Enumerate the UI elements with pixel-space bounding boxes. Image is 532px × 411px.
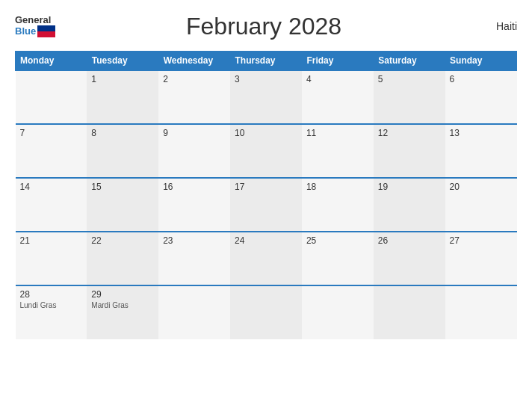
cell-w4-d6: 26 [374,232,445,285]
day-number: 6 [450,74,513,84]
cell-w3-d7: 20 [445,178,517,232]
cell-w1-d7: 6 [445,70,517,124]
header-saturday: Saturday [374,52,445,71]
cell-w5-d7 [445,285,517,339]
cell-w4-d3: 23 [158,232,230,285]
cell-w5-d6 [374,285,445,339]
cell-w4-d2: 22 [87,232,158,285]
cell-w5-d3 [158,285,230,339]
cell-w2-d5: 11 [302,124,374,178]
day-number: 24 [235,235,297,246]
day-number: 21 [20,235,83,246]
day-number: 26 [378,235,441,246]
calendar-header: General Blue February 2028 Haiti [15,7,517,45]
day-number: 16 [163,182,226,192]
svg-rect-0 [37,25,55,31]
country-label: Haiti [472,20,517,32]
logo-flag-icon [37,25,55,37]
header-friday: Friday [302,52,374,71]
day-number: 2 [163,74,226,84]
day-number: 28 [20,289,83,300]
cell-w5-d5 [302,285,374,339]
event-label: Mardi Gras [91,301,154,309]
day-number: 13 [450,128,513,138]
day-number: 15 [91,182,154,192]
cell-w1-d5: 4 [302,70,374,124]
day-number: 11 [306,128,369,138]
cell-w4-d1: 21 [16,232,87,285]
day-number: 4 [306,74,369,84]
day-number: 1 [91,74,154,84]
day-number: 27 [450,235,513,246]
header-tuesday: Tuesday [87,52,158,71]
cell-w2-d2: 8 [87,124,158,178]
cell-w2-d6: 12 [374,124,445,178]
cell-w1-d6: 5 [374,70,445,124]
cell-w5-d1: 28Lundi Gras [16,285,87,339]
day-number: 23 [163,235,226,246]
day-number: 8 [91,128,154,138]
week-row-4: 21222324252627 [16,232,517,285]
cell-w1-d1 [16,70,87,124]
svg-rect-1 [37,31,55,37]
header-thursday: Thursday [230,52,302,71]
days-header-row: Monday Tuesday Wednesday Thursday Friday… [16,52,517,71]
day-number: 19 [378,182,441,192]
calendar-title: February 2028 [55,13,472,40]
cell-w3-d6: 19 [374,178,445,232]
event-label: Lundi Gras [20,301,83,309]
cell-w1-d2: 1 [87,70,158,124]
day-number: 10 [235,128,297,138]
cell-w2-d4: 10 [230,124,302,178]
week-row-3: 14151617181920 [16,178,517,232]
header-sunday: Sunday [445,52,517,71]
week-row-2: 78910111213 [16,124,517,178]
cell-w2-d3: 9 [158,124,230,178]
day-number: 17 [235,182,297,192]
cell-w4-d5: 25 [302,232,374,285]
calendar-table: Monday Tuesday Wednesday Thursday Friday… [15,51,517,339]
cell-w2-d7: 13 [445,124,517,178]
cell-w5-d2: 29Mardi Gras [87,285,158,339]
cell-w4-d4: 24 [230,232,302,285]
cell-w3-d2: 15 [87,178,158,232]
day-number: 25 [306,235,369,246]
day-number: 22 [91,235,154,246]
cell-w5-d4 [230,285,302,339]
day-number: 9 [163,128,226,138]
cell-w2-d1: 7 [16,124,87,178]
header-monday: Monday [16,52,87,71]
cell-w1-d4: 3 [230,70,302,124]
cell-w3-d4: 17 [230,178,302,232]
week-row-5: 28Lundi Gras29Mardi Gras [16,285,517,339]
day-number: 5 [378,74,441,84]
day-number: 29 [91,289,154,300]
day-number: 3 [235,74,297,84]
logo: General Blue [15,15,55,37]
day-number: 7 [20,128,83,138]
day-number: 18 [306,182,369,192]
header-wednesday: Wednesday [158,52,230,71]
cell-w1-d3: 2 [158,70,230,124]
logo-general-text: General [15,15,51,25]
calendar-container: General Blue February 2028 Haiti Monday … [0,0,532,411]
day-number: 14 [20,182,83,192]
cell-w4-d7: 27 [445,232,517,285]
cell-w3-d1: 14 [16,178,87,232]
cell-w3-d3: 16 [158,178,230,232]
logo-blue-text: Blue [15,26,36,37]
cell-w3-d5: 18 [302,178,374,232]
week-row-1: 123456 [16,70,517,124]
day-number: 20 [450,182,513,192]
day-number: 12 [378,128,441,138]
